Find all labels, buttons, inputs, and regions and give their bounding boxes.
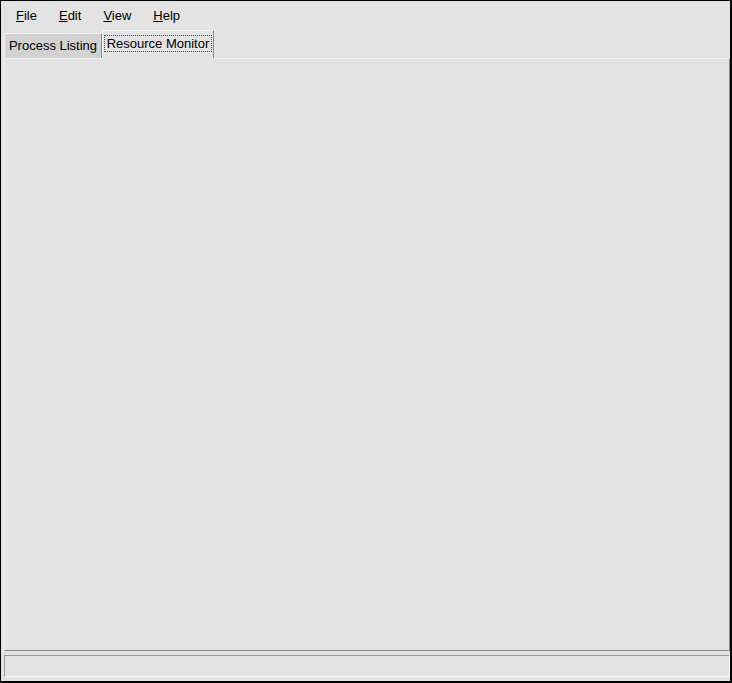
menu-item-view[interactable]: View [93,3,143,28]
tab-resource-monitor[interactable]: Resource Monitor [102,30,214,59]
statusbar [4,655,730,677]
menubar: FileEditViewHelp [1,1,730,30]
system-monitor-window: FileEditViewHelp Process Listing Resourc… [0,0,732,683]
tab-process-listing[interactable]: Process Listing [4,33,102,58]
menu-item-edit[interactable]: Edit [49,3,93,28]
menu-item-file[interactable]: File [6,3,49,28]
tab-resource-monitor-label: Resource Monitor [105,36,212,51]
menu-item-help[interactable]: Help [143,3,192,28]
resource-monitor-page [4,58,730,651]
